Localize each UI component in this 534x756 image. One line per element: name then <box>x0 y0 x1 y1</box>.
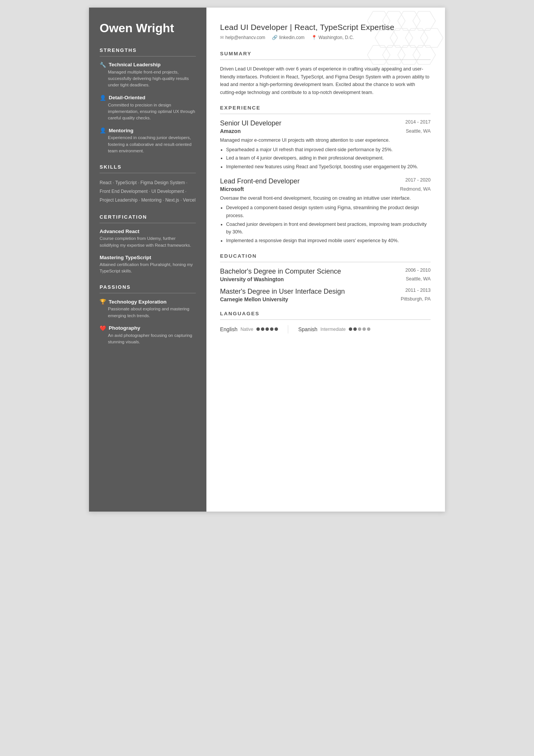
passions-divider <box>100 293 196 293</box>
email-contact: ✉ help@enhancv.com <box>220 35 265 40</box>
exp-desc-1: Managed major e-commerce UI projects wit… <box>220 136 431 144</box>
location-text: Washington, D.C. <box>319 35 354 40</box>
edu-degree-2: Master's Degree in User Interface Design <box>220 288 345 296</box>
strengths-section-title: STRENGTHS <box>100 47 196 53</box>
sidebar: Owen Wright STRENGTHS 🔧 Technical Leader… <box>89 8 206 512</box>
languages-row: English Native Spanish Intermediate <box>220 325 431 333</box>
education-divider <box>220 262 431 262</box>
edu-school-1: University of Washington <box>220 276 284 282</box>
linkedin-icon: 🔗 <box>272 35 278 40</box>
language-dots-english <box>256 327 278 331</box>
exp-bullet-1-1: Spearheaded a major UI refresh that impr… <box>226 146 431 154</box>
dot-s1 <box>349 327 352 331</box>
main-title: Lead UI Developer | React, TypeScript Ex… <box>220 23 431 32</box>
languages-divider <box>220 319 431 320</box>
language-level-spanish: Intermediate <box>320 327 346 332</box>
strength-title-3: 👤 Mentoring <box>100 127 196 133</box>
language-item-english: English Native <box>220 326 278 332</box>
strengths-divider <box>100 56 196 56</box>
linkedin-contact: 🔗 linkedin.com <box>272 35 304 40</box>
exp-title-1: Senior UI Developer <box>220 119 281 127</box>
email-text: help@enhancv.com <box>225 35 265 40</box>
edu-location-2: Pittsburgh, PA <box>401 296 431 302</box>
edu-location-1: Seattle, WA <box>406 276 431 282</box>
experience-section-title: EXPERIENCE <box>220 105 431 111</box>
location-icon: 📍 <box>311 35 317 40</box>
exp-header-2: Lead Front-end Developer 2017 - 2020 <box>220 177 431 185</box>
exp-title-2: Lead Front-end Developer <box>220 177 300 185</box>
lang-separator <box>288 325 289 333</box>
exp-location-1: Seattle, WA <box>406 128 431 134</box>
cert-item-2: Mastering TypeScript Attained certificat… <box>100 255 196 275</box>
candidate-name: Owen Wright <box>100 21 196 35</box>
language-item-spanish: Spanish Intermediate <box>298 326 370 332</box>
passions-section-title: PASSIONS <box>100 284 196 290</box>
exp-bullet-2-2: Coached junior developers in front end d… <box>226 221 431 236</box>
main-content: Lead UI Developer | React, TypeScript Ex… <box>206 8 445 512</box>
experience-item-2: Lead Front-end Developer 2017 - 2020 Mic… <box>220 177 431 244</box>
passion-desc-2: An avid photographer focusing on capturi… <box>100 332 196 346</box>
language-dots-spanish <box>349 327 370 331</box>
strength-title-2: 👤 Detail-Oriented <box>100 95 196 101</box>
edu-sub-1: University of Washington Seattle, WA <box>220 276 431 282</box>
education-item-1: Bachelor's Degree in Computer Science 20… <box>220 268 431 282</box>
dot-1 <box>256 327 260 331</box>
skills-section-title: SKILLS <box>100 164 196 170</box>
edu-school-2: Carnegie Mellon University <box>220 296 288 302</box>
passion-desc-1: Passionate about exploring and mastering… <box>100 306 196 319</box>
edu-dates-1: 2006 - 2010 <box>405 268 431 273</box>
skills-divider <box>100 173 196 173</box>
dot-s2 <box>353 327 357 331</box>
location-contact: 📍 Washington, D.C. <box>311 35 354 40</box>
experience-divider <box>220 114 431 114</box>
trophy-icon: 🏆 <box>100 299 106 305</box>
exp-desc-2: Oversaw the overall front-end developmen… <box>220 194 431 202</box>
exp-bullet-1-2: Led a team of 4 junior developers, aidin… <box>226 154 431 162</box>
exp-bullet-1-3: Implemented new features using React and… <box>226 163 431 171</box>
cert-desc-2: Attained certification from Pluralsight,… <box>100 261 196 275</box>
exp-sub-2: Microsoft Redmond, WA <box>220 186 431 192</box>
cert-desc-1: Course completion from Udemy, further so… <box>100 235 196 249</box>
cert-item-1: Advanced React Course completion from Ud… <box>100 229 196 249</box>
dot-5 <box>275 327 278 331</box>
exp-bullets-1: Spearheaded a major UI refresh that impr… <box>220 146 431 171</box>
strength-desc-1: Managed multiple front-end projects, suc… <box>100 69 196 89</box>
mentoring-icon: 👤 <box>100 127 106 133</box>
passion-title-2: ❤️ Photography <box>100 325 196 331</box>
contact-row: ✉ help@enhancv.com 🔗 linkedin.com 📍 Wash… <box>220 35 431 40</box>
strength-item-3: 👤 Mentoring Experienced in coaching juni… <box>100 127 196 154</box>
edu-degree-1: Bachelor's Degree in Computer Science <box>220 268 341 275</box>
summary-text: Driven Lead UI Developer with over 6 yea… <box>220 65 431 97</box>
edu-dates-2: 2011 - 2013 <box>405 288 431 293</box>
strength-title-1: 🔧 Technical Leadership <box>100 62 196 68</box>
cert-title-1: Advanced React <box>100 229 196 234</box>
exp-dates-1: 2014 - 2017 <box>405 119 431 125</box>
exp-company-1: Amazon <box>220 128 240 134</box>
education-section-title: EDUCATION <box>220 253 431 259</box>
dot-s5 <box>367 327 370 331</box>
passion-title-1: 🏆 Technology Exploration <box>100 299 196 305</box>
technical-leadership-icon: 🔧 <box>100 62 106 68</box>
heart-icon: ❤️ <box>100 325 106 331</box>
language-level-english: Native <box>240 327 253 332</box>
exp-bullet-2-1: Developed a component-based design syste… <box>226 204 431 219</box>
language-name-spanish: Spanish <box>298 326 317 332</box>
email-icon: ✉ <box>220 35 224 40</box>
summary-divider <box>220 59 431 60</box>
strength-desc-2: Committed to precision in design impleme… <box>100 102 196 122</box>
languages-section-title: LANGUAGES <box>220 311 431 316</box>
dot-s4 <box>362 327 366 331</box>
certification-divider <box>100 223 196 223</box>
skills-text: React · TypeScript · Figma Design System… <box>100 178 196 204</box>
edu-sub-2: Carnegie Mellon University Pittsburgh, P… <box>220 296 431 302</box>
linkedin-text: linkedin.com <box>279 35 304 40</box>
resume-container: Owen Wright STRENGTHS 🔧 Technical Leader… <box>89 8 445 512</box>
summary-section-title: SUMMARY <box>220 51 431 56</box>
strength-desc-3: Experienced in coaching junior developer… <box>100 135 196 154</box>
experience-item-1: Senior UI Developer 2014 - 2017 Amazon S… <box>220 119 431 171</box>
passion-item-1: 🏆 Technology Exploration Passionate abou… <box>100 299 196 319</box>
exp-sub-1: Amazon Seattle, WA <box>220 128 431 134</box>
passion-item-2: ❤️ Photography An avid photographer focu… <box>100 325 196 346</box>
exp-bullets-2: Developed a component-based design syste… <box>220 204 431 244</box>
detail-oriented-icon: 👤 <box>100 95 106 101</box>
